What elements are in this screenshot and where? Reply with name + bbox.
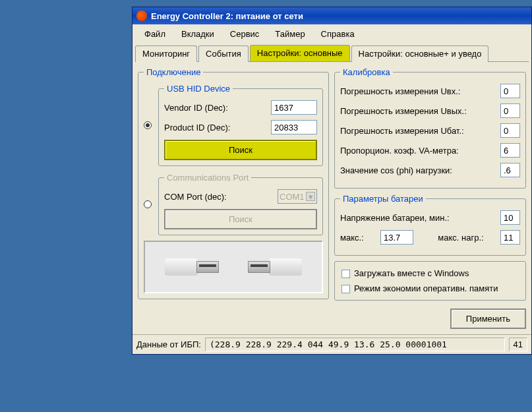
cos-label: Значение cos (phi) нагрузки: [340, 165, 500, 175]
calibration-legend: Калибровка [340, 67, 393, 77]
tabstrip: Мониторинг События Настройки: основные Н… [135, 45, 529, 62]
uin-input[interactable] [500, 84, 520, 98]
radio-com[interactable] [144, 200, 152, 208]
content-area: Подключение USB HID Device Vendor ID (De… [133, 62, 531, 334]
ubat-input[interactable] [500, 123, 520, 138]
menu-timer[interactable]: Таймер [267, 26, 312, 42]
vmax-input[interactable] [380, 230, 413, 245]
com-port-select: COM1 ▾ [278, 189, 317, 204]
apply-button[interactable]: Применить [450, 309, 526, 329]
uin-label: Погрешность измерения Uвх.: [340, 86, 500, 96]
menu-service[interactable]: Сервис [222, 26, 268, 42]
com-legend: Communications Port [164, 173, 251, 183]
tab-settings-main[interactable]: Настройки: основные [250, 45, 350, 61]
battery-group: Параметры батареи Напряжение батареи, ми… [334, 194, 526, 256]
vmax-label: макс.: [340, 233, 364, 243]
status-count: 41 [509, 338, 527, 351]
usb-legend: USB HID Device [164, 84, 233, 94]
menu-help[interactable]: Справка [313, 26, 363, 42]
com-port-label: COM Port (dec): [164, 192, 278, 202]
menu-file[interactable]: Файл [136, 26, 173, 42]
com-group: Communications Port COM Port (dec): COM1… [158, 173, 323, 235]
connection-legend: Подключение [144, 67, 203, 77]
radio-usb[interactable] [144, 121, 152, 129]
uout-label: Погрешность измерения Uвых.: [340, 106, 500, 116]
menubar: Файл Вкладки Сервис Таймер Справка [133, 24, 531, 44]
va-label: Пропорцион. коэф. VA-метра: [340, 146, 500, 156]
va-input[interactable] [500, 143, 520, 158]
lowmem-label: Режим экономии оперативн. памяти [354, 283, 498, 293]
product-input[interactable] [271, 120, 317, 134]
status-label: Данные от ИБП: [136, 339, 201, 349]
vendor-label: Vendor ID (Dec): [164, 103, 271, 113]
autostart-checkbox[interactable] [341, 270, 350, 278]
titlebar[interactable]: Energy Controller 2: питание от сети [133, 7, 531, 24]
tab-monitoring[interactable]: Мониторинг [135, 45, 197, 62]
ubat-label: Погрешность измерения Uбат.: [340, 126, 500, 136]
maxload-label: макс. нагр.: [438, 233, 483, 243]
autostart-label: Загружать вместе с Windows [354, 268, 469, 278]
tab-events[interactable]: События [198, 45, 249, 62]
maxload-input[interactable] [500, 230, 520, 245]
cos-input[interactable] [500, 163, 520, 177]
usb-plug-right-icon [249, 253, 302, 281]
vmin-input[interactable] [500, 210, 520, 225]
usb-search-button[interactable]: Поиск [164, 140, 317, 160]
uout-input[interactable] [500, 103, 520, 118]
menu-tabs[interactable]: Вкладки [173, 26, 222, 42]
product-label: Product ID (Dec): [164, 123, 271, 132]
com-port-value: COM1 [280, 192, 305, 202]
usb-plug-left-icon [165, 253, 218, 281]
lowmem-option[interactable]: Режим экономии оперативн. памяти [340, 281, 520, 296]
statusbar: Данные от ИБП: (228.9 228.9 229.4 044 49… [133, 334, 531, 354]
status-data: (228.9 228.9 229.4 044 49.9 13.6 25.0 00… [205, 338, 505, 351]
tab-settings-ext[interactable]: Настройки: основные+ и уведо [351, 45, 489, 62]
com-search-button: Поиск [164, 209, 317, 229]
vendor-input[interactable] [271, 100, 317, 115]
vmin-label: Напряжение батареи, мин.: [340, 213, 500, 223]
app-icon [136, 11, 147, 21]
battery-legend: Параметры батареи [340, 194, 426, 204]
usb-cable-image [144, 241, 323, 293]
usb-group: USB HID Device Vendor ID (Dec): Product … [158, 84, 323, 166]
dropdown-arrow-icon: ▾ [306, 192, 315, 201]
autostart-option[interactable]: Загружать вместе с Windows [340, 266, 520, 281]
options-group: Загружать вместе с Windows Режим экономи… [334, 261, 526, 301]
main-window: Energy Controller 2: питание от сети Фай… [132, 7, 532, 355]
window-title: Energy Controller 2: питание от сети [151, 11, 303, 21]
calibration-group: Калибровка Погрешность измерения Uвх.: П… [334, 67, 526, 189]
connection-group: Подключение USB HID Device Vendor ID (De… [138, 67, 329, 299]
lowmem-checkbox[interactable] [341, 285, 350, 293]
